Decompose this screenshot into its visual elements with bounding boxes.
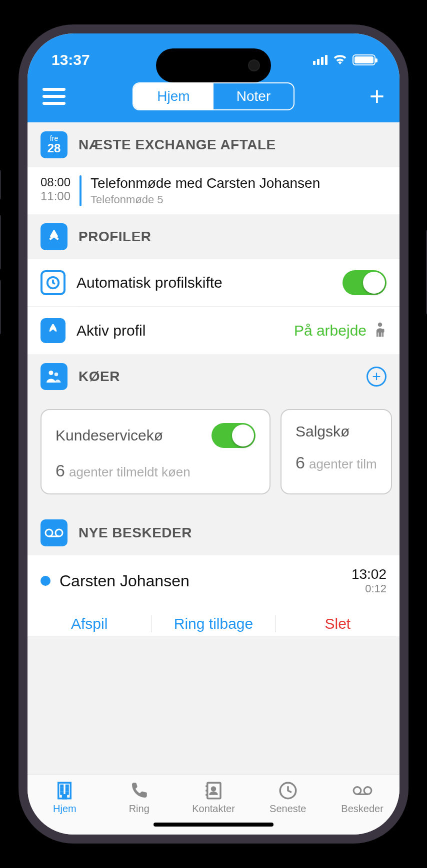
calendar-day: fre: [50, 135, 58, 142]
appt-subtitle: Telefonmøde 5: [90, 193, 320, 206]
side-button: [0, 170, 1, 200]
camera-icon: [248, 59, 260, 71]
message-time: 13:02: [352, 566, 386, 582]
phone-body: 13:37 Hjem Noter: [18, 24, 408, 844]
message-row[interactable]: Carsten Johansen 13:02 0:12: [28, 555, 400, 606]
queue-stat: 6agenter tilmeldt køen: [56, 461, 256, 480]
svg-rect-10: [66, 786, 68, 788]
queue-count: 6: [296, 453, 305, 472]
plus-circle-icon: +: [366, 367, 386, 387]
tab-beskeder[interactable]: Beskeder: [325, 780, 400, 815]
add-queue-button[interactable]: +: [366, 367, 386, 387]
menu-button[interactable]: [42, 88, 66, 105]
row-active-profile[interactable]: Aktiv profil På arbejde: [28, 307, 400, 354]
tab-label: Hjem: [53, 803, 76, 815]
building-icon: [54, 780, 75, 801]
queue-text: agenter tilmeldt køen: [69, 464, 190, 479]
callback-button[interactable]: Ring tilbage: [152, 615, 276, 632]
clock-icon: [278, 780, 298, 801]
appointment-row[interactable]: 08:00 11:00 Telefonmøde med Carsten Joha…: [28, 167, 400, 214]
section-title: KØER: [78, 369, 120, 385]
contacts-icon: [203, 780, 224, 801]
battery-icon: [352, 54, 376, 65]
message-meta: 13:02 0:12: [352, 566, 386, 595]
appointment-bar: [80, 175, 82, 206]
svg-rect-15: [63, 795, 66, 799]
row-label: Automatisk profilskifte: [76, 274, 222, 291]
svg-point-1: [378, 323, 382, 327]
section-header-profiler: PROFILER: [28, 214, 400, 259]
svg-point-22: [354, 787, 361, 795]
profiler-list: Automatisk profilskifte Aktiv profil På …: [28, 259, 400, 354]
queue-name: Kundeservicekø: [56, 427, 163, 444]
section-title: PROFILER: [78, 229, 152, 245]
tab-hjem[interactable]: Hjem: [28, 780, 102, 815]
tab-bar: Hjem Ring Kontakter Seneste Beskeder: [28, 775, 400, 818]
unread-dot-icon: [40, 576, 50, 586]
voicemail-icon: [352, 780, 373, 801]
svg-rect-11: [61, 789, 63, 791]
message-actions: Afspil Ring tilbage Slet: [28, 606, 400, 636]
tab-label: Seneste: [270, 803, 306, 815]
section-header-messages: NYE BESKEDER: [28, 510, 400, 555]
svg-point-3: [49, 371, 54, 375]
row-auto-profile: Automatisk profilskifte: [28, 259, 400, 307]
tab-ring[interactable]: Ring: [102, 780, 176, 815]
queue-card[interactable]: Salgskø 6agenter tilm: [280, 409, 392, 494]
svg-point-23: [364, 787, 372, 795]
screen: 13:37 Hjem Noter: [28, 33, 400, 835]
section-title: NYE BESKEDER: [78, 525, 192, 541]
profile-switch-icon: [40, 318, 66, 343]
status-time: 13:37: [52, 51, 90, 68]
content: fre 28 NÆSTE EXCHANGE AFTALE 08:00 11:00…: [28, 122, 400, 775]
svg-point-6: [56, 529, 62, 536]
queue-toggle[interactable]: [212, 423, 256, 448]
clock-icon: [40, 270, 66, 295]
section-title: NÆSTE EXCHANGE AFTALE: [78, 137, 276, 153]
appt-end: 11:00: [40, 189, 70, 203]
home-indicator[interactable]: [154, 823, 274, 827]
svg-rect-9: [61, 786, 63, 788]
volume-up-button: [0, 215, 1, 270]
tab-noter[interactable]: Noter: [214, 83, 294, 109]
queues-scroll[interactable]: Kundeservicekø 6agenter tilmeldt køen Sa…: [28, 399, 400, 510]
segmented-control: Hjem Noter: [132, 82, 294, 110]
delete-button[interactable]: Slet: [276, 615, 400, 632]
play-button[interactable]: Afspil: [28, 615, 152, 632]
tab-seneste[interactable]: Seneste: [250, 780, 325, 815]
row-label: Aktiv profil: [76, 322, 146, 339]
svg-point-20: [212, 787, 215, 791]
volume-down-button: [0, 280, 1, 335]
voicemail-icon: [40, 519, 68, 546]
person-icon: [374, 321, 386, 340]
queues-icon: [40, 363, 68, 390]
cellular-icon: [313, 55, 328, 65]
calendar-date: 28: [48, 142, 61, 155]
queue-name: Salgskø: [296, 423, 350, 440]
appointment-times: 08:00 11:00: [40, 175, 70, 206]
queue-count: 6: [56, 461, 65, 480]
svg-rect-2: [382, 329, 384, 333]
auto-profile-toggle[interactable]: [342, 270, 386, 295]
appt-start: 08:00: [40, 175, 70, 189]
appointment-body: Telefonmøde med Carsten Johansen Telefon…: [90, 175, 320, 206]
phone-icon: [128, 780, 150, 801]
profiles-icon: [40, 223, 68, 250]
svg-point-5: [46, 529, 52, 536]
message-sender: Carsten Johansen: [60, 572, 190, 590]
svg-rect-14: [66, 793, 68, 795]
svg-point-4: [54, 373, 58, 377]
svg-rect-13: [61, 793, 63, 795]
add-button[interactable]: +: [370, 83, 384, 109]
active-profile-value: På arbejde: [294, 322, 366, 339]
nav-bar: Hjem Noter +: [28, 74, 400, 122]
queue-card[interactable]: Kundeservicekø 6agenter tilmeldt køen: [40, 409, 270, 494]
calendar-icon: fre 28: [40, 131, 68, 158]
phone-frame: 13:37 Hjem Noter: [0, 0, 427, 868]
message-duration: 0:12: [352, 582, 386, 595]
queue-text: agenter tilm: [309, 456, 377, 471]
tab-kontakter[interactable]: Kontakter: [176, 780, 251, 815]
tab-label: Ring: [129, 803, 150, 815]
tab-hjem[interactable]: Hjem: [134, 83, 214, 109]
wifi-icon: [332, 53, 348, 66]
